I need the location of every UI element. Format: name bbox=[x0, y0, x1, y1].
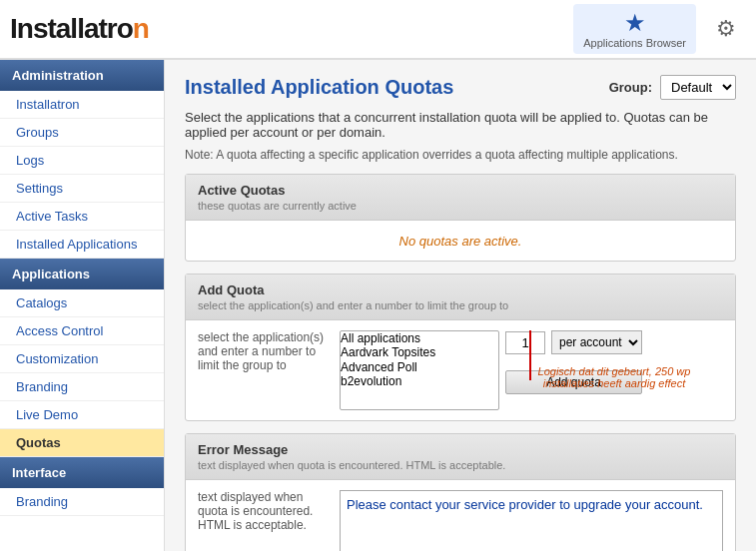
app-option-b2evolution: b2evolution bbox=[341, 374, 498, 388]
error-message-title: Error Message bbox=[198, 442, 723, 457]
layout: Administration Installatron Groups Logs … bbox=[0, 60, 756, 551]
star-icon: ★ bbox=[624, 9, 646, 37]
main-content: Installed Application Quotas Group: Defa… bbox=[165, 60, 756, 551]
group-label: Group: bbox=[609, 80, 652, 95]
active-quotas-body: No quotas are active. bbox=[186, 221, 735, 261]
error-message-header: Error Message text displayed when quota … bbox=[186, 434, 735, 480]
sidebar-section-interface[interactable]: Interface bbox=[0, 457, 164, 488]
apps-browser-button[interactable]: ★ Applications Browser bbox=[573, 4, 696, 54]
active-quotas-header: Active Quotas these quotas are currently… bbox=[186, 175, 735, 221]
error-textarea[interactable]: Please contact your service provider to … bbox=[340, 490, 723, 551]
error-message-layout: text displayed when quota is encountered… bbox=[198, 490, 723, 551]
add-quota-title: Add Quota bbox=[198, 282, 723, 297]
add-quota-panel: Add Quota select the application(s) and … bbox=[185, 274, 736, 421]
description1: Select the applications that a concurren… bbox=[185, 110, 736, 140]
header: Installatron ★ Applications Browser ⚙ bbox=[0, 0, 756, 60]
add-quota-layout: select the application(s) and enter a nu… bbox=[198, 330, 723, 410]
active-quotas-subheader: these quotas are currently active bbox=[198, 200, 723, 212]
sidebar-section-administration[interactable]: Administration bbox=[0, 60, 164, 91]
error-message-body: text displayed when quota is encountered… bbox=[186, 480, 735, 551]
page-title-row: Installed Application Quotas Group: Defa… bbox=[185, 75, 736, 100]
app-option-advanced-poll: Advanced Poll bbox=[341, 360, 498, 374]
group-select[interactable]: Default bbox=[660, 75, 736, 100]
red-line-indicator bbox=[529, 330, 531, 380]
add-quota-header: Add Quota select the application(s) and … bbox=[186, 275, 735, 320]
sidebar-section-applications[interactable]: Applications bbox=[0, 259, 164, 289]
sidebar-item-groups[interactable]: Groups bbox=[0, 119, 164, 147]
logo-dot: n bbox=[133, 13, 149, 44]
sidebar-item-branding[interactable]: Branding bbox=[0, 373, 164, 401]
sidebar-item-settings[interactable]: Settings bbox=[0, 175, 164, 203]
group-selector: Group: Default ▼ bbox=[609, 75, 736, 100]
add-quota-desc: select the application(s) and enter a nu… bbox=[198, 330, 328, 372]
sidebar-item-installed-applications[interactable]: Installed Applications bbox=[0, 231, 164, 259]
sidebar-item-installatron[interactable]: Installatron bbox=[0, 91, 164, 119]
gear-icon: ⚙ bbox=[716, 16, 736, 42]
settings-gear-button[interactable]: ⚙ bbox=[706, 11, 746, 47]
logo: Installatron bbox=[10, 13, 149, 45]
add-quota-subheader: select the application(s) and enter a nu… bbox=[198, 299, 723, 311]
app-option-all: All applications bbox=[341, 331, 498, 345]
sidebar: Administration Installatron Groups Logs … bbox=[0, 60, 165, 551]
sidebar-item-live-demo[interactable]: Live Demo bbox=[0, 401, 164, 429]
error-message-panel: Error Message text displayed when quota … bbox=[185, 433, 736, 551]
quota-controls: All applications Aardvark Topsites Advan… bbox=[340, 330, 723, 410]
header-right: ★ Applications Browser ⚙ bbox=[573, 4, 746, 54]
add-quota-body: select the application(s) and enter a nu… bbox=[186, 320, 735, 420]
active-quotas-panel: Active Quotas these quotas are currently… bbox=[185, 174, 736, 262]
note: Note: A quota affecting a specific appli… bbox=[185, 148, 736, 162]
active-quotas-title: Active Quotas bbox=[198, 183, 723, 198]
sidebar-item-active-tasks[interactable]: Active Tasks bbox=[0, 203, 164, 231]
apps-browser-label: Applications Browser bbox=[583, 37, 686, 49]
no-quotas-text: No quotas are active. bbox=[399, 234, 522, 249]
error-desc: text displayed when quota is encountered… bbox=[198, 490, 328, 532]
page-title: Installed Application Quotas bbox=[185, 76, 453, 99]
app-select[interactable]: All applications Aardvark Topsites Advan… bbox=[340, 330, 499, 410]
sidebar-item-access-control[interactable]: Access Control bbox=[0, 317, 164, 345]
sidebar-item-customization[interactable]: Customization bbox=[0, 345, 164, 373]
sidebar-item-branding2[interactable]: Branding bbox=[0, 488, 164, 516]
sidebar-item-catalogs[interactable]: Catalogs bbox=[0, 289, 164, 317]
error-message-subheader: text displayed when quota is encountered… bbox=[198, 459, 723, 471]
sidebar-item-quotas[interactable]: Quotas bbox=[0, 429, 164, 457]
per-account-select[interactable]: per account per domain bbox=[551, 330, 642, 354]
quota-number-input[interactable] bbox=[505, 331, 545, 354]
tooltip-text: Logisch dat dit gebeurt, 250 wp installa… bbox=[534, 365, 694, 389]
sidebar-item-logs[interactable]: Logs bbox=[0, 147, 164, 175]
quota-number-row: per account per domain bbox=[505, 330, 642, 354]
app-option-aardvark: Aardvark Topsites bbox=[341, 345, 498, 359]
app-select-container: All applications Aardvark Topsites Advan… bbox=[340, 330, 499, 410]
